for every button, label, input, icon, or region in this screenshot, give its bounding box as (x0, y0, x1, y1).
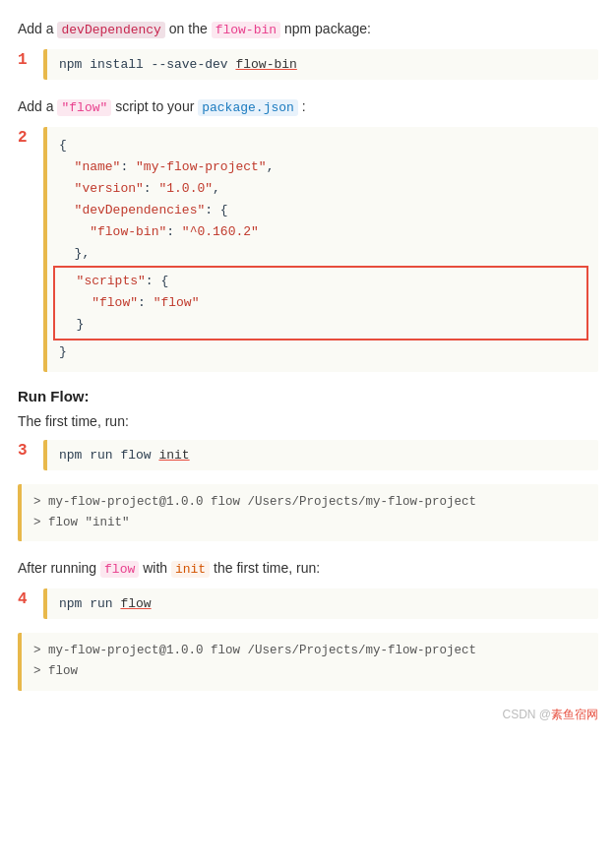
code-3-text: npm run flow init (59, 448, 190, 463)
watermark-brand: 素鱼宿网 (551, 708, 598, 721)
intro1-prefix: Add a (18, 21, 54, 36)
code-block-2-wrapper: 2 { "name": "my-flow-project", "version"… (18, 127, 598, 372)
intro2-code1: "flow" (57, 99, 111, 116)
intro1-mid: on the (169, 21, 208, 36)
intro-text-2: Add a "flow" script to your package.json… (18, 95, 598, 119)
intro1-code2: flow-bin (212, 22, 280, 38)
section-package-json: Add a "flow" script to your package.json… (18, 95, 598, 372)
output-4-line-1: > my-flow-project@1.0.0 flow /Users/Proj… (33, 641, 586, 661)
intro4-mid1: with (143, 560, 167, 576)
json-line-3: "version": "1.0.0", (59, 178, 586, 200)
json-line-4: "devDependencies": { (59, 200, 586, 221)
section-run-flow: Run Flow: The first time, run: 3 npm run… (18, 388, 598, 542)
run-flow-title: Run Flow: (18, 388, 598, 404)
intro2-prefix: Add a (18, 98, 54, 114)
code-block-4-wrapper: 4 npm run flow (18, 588, 598, 619)
json-block: { "name": "my-flow-project", "version": … (43, 127, 598, 372)
section-devdependency: Add a devDependency on the flow-bin npm … (18, 18, 598, 80)
code-block-1-wrapper: 1 npm install --save-dev flow-bin (18, 49, 598, 80)
code-block-3: npm run flow init (43, 440, 598, 470)
intro4-code2: init (171, 561, 210, 578)
line-num-4: 4 (18, 588, 39, 619)
code-block-3-wrapper: 3 npm run flow init (18, 440, 598, 470)
output-block-3: > my-flow-project@1.0.0 flow /Users/Proj… (18, 484, 598, 542)
intro-text-1: Add a devDependency on the flow-bin npm … (18, 18, 598, 41)
intro-text-4: After running flow with init the first t… (18, 557, 598, 581)
watermark-prefix: CSDN @ (502, 708, 551, 721)
watermark-area: CSDN @素鱼宿网 (18, 707, 598, 723)
intro2-code2: package.json (198, 99, 298, 116)
line-num-1: 1 (18, 49, 39, 80)
json-highlighted-block: "scripts": { "flow": "flow" } (53, 266, 588, 341)
output-3-line-1: > my-flow-project@1.0.0 flow /Users/Proj… (33, 492, 586, 513)
intro1-suffix: npm package: (284, 21, 371, 36)
json-line-8: "flow": "flow" (61, 292, 581, 314)
intro2-mid: script to your (115, 98, 194, 114)
json-line-7: "scripts": { (61, 271, 581, 292)
line-num-3: 3 (18, 440, 39, 470)
line-num-2: 2 (18, 127, 28, 147)
intro4-prefix: After running (18, 560, 96, 576)
code-4-text: npm run flow (59, 596, 152, 611)
json-line-5: "flow-bin": "^0.160.2" (59, 221, 586, 243)
json-line-2: "name": "my-flow-project", (59, 156, 586, 178)
json-line-10: } (59, 341, 586, 363)
first-time-label: The first time, run: (18, 410, 598, 432)
code-block-1: npm install --save-dev flow-bin (43, 49, 598, 80)
output-4-line-2: > flow (33, 661, 586, 682)
code-block-4: npm run flow (43, 588, 598, 619)
intro4-code1: flow (100, 561, 139, 578)
json-line-1: { (59, 135, 586, 156)
output-3-line-2: > flow "init" (33, 513, 586, 533)
intro2-suffix: : (302, 98, 306, 114)
intro1-code1: devDependency (57, 22, 164, 38)
line-num-block-2: 2 (18, 127, 39, 372)
output-block-4: > my-flow-project@1.0.0 flow /Users/Proj… (18, 633, 598, 691)
json-line-6: }, (59, 243, 586, 265)
code-1-text: npm install --save-dev flow-bin (59, 57, 297, 72)
json-line-9: } (61, 314, 581, 336)
intro4-mid2: the first time, run: (214, 560, 320, 576)
section-after-init: After running flow with init the first t… (18, 557, 598, 690)
